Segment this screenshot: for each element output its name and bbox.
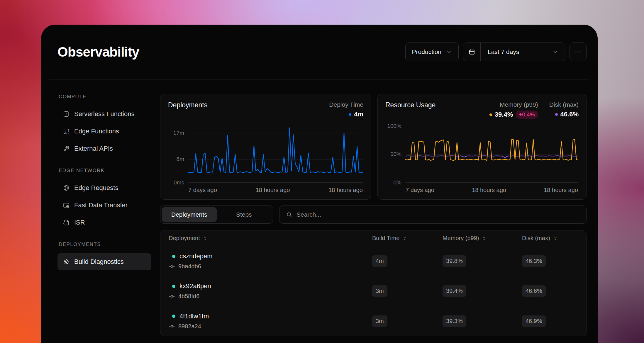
sidebar-item-edge-functions[interactable]: ƒε Edge Functions — [57, 123, 151, 140]
column-header-build-time[interactable]: Build Time — [372, 235, 443, 242]
commit-hash: 8982a24 — [178, 323, 201, 330]
table-row[interactable]: cszndepem 9ba4db6 4m 39.8% 46.3% — [160, 246, 586, 276]
chart-title: Resource Usage — [385, 101, 435, 119]
header-controls: Production Last 7 days — [405, 43, 587, 61]
sidebar-item-label: External APIs — [74, 145, 113, 152]
deployments-chart-card: Deployments Deploy Time 4m 17m8m0ms7 — [160, 94, 371, 200]
sidebar-item-label: Build Diagnostics — [74, 258, 124, 266]
series-deploy-time — [188, 128, 363, 173]
build-time-badge: 3m — [372, 315, 387, 327]
memory-badge: 39.4% — [443, 285, 466, 297]
table-row[interactable]: 4f1dlw1fm 8982a24 3m 39.3% 46.9% — [160, 306, 586, 336]
filter-row: Deployments Steps — [160, 206, 587, 224]
gridline: 0% — [406, 182, 578, 183]
legend-dot-purple — [555, 113, 558, 116]
sidebar-item-label: Edge Requests — [74, 184, 118, 192]
sidebar-item-external-apis[interactable]: External APIs — [57, 140, 151, 157]
view-tabs: Deployments Steps — [160, 206, 273, 224]
column-header-deployment[interactable]: Deployment — [169, 235, 372, 242]
status-dot — [172, 315, 175, 318]
function-icon: ƒ — [63, 111, 70, 118]
y-axis-tick-label: 8m — [177, 156, 184, 162]
legend-value: 39.4% — [495, 111, 513, 118]
build-time-badge: 3m — [372, 285, 387, 297]
section-label: COMPUTE — [59, 94, 151, 100]
sidebar-section-deployments: DEPLOYMENTS Build Diagnostics — [57, 242, 151, 270]
gridline: 0ms — [188, 182, 363, 183]
search-input[interactable] — [296, 211, 580, 218]
deployment-name: kx92a6pen — [179, 282, 211, 290]
y-axis-tick-label: 17m — [173, 130, 184, 136]
column-header-memory[interactable]: Memory (p99) — [443, 235, 522, 242]
x-axis-tick-label: 7 days ago — [406, 187, 434, 193]
edge-function-icon: ƒε — [63, 128, 70, 135]
sidebar-item-label: Edge Functions — [74, 128, 119, 135]
chart-title: Deployments — [168, 101, 207, 118]
x-axis-tick-label: 18 hours ago — [256, 187, 290, 193]
legend-value: 46.6% — [560, 111, 579, 118]
section-label: DEPLOYMENTS — [59, 242, 151, 247]
sidebar-item-build-diagnostics[interactable]: Build Diagnostics — [57, 253, 151, 270]
chart-legend: Memory (p99) 39.4% +0.4% Disk (max) — [489, 101, 579, 119]
search-box[interactable] — [279, 206, 587, 224]
section-label: EDGE NETWORK — [59, 168, 151, 174]
sort-icon — [203, 236, 208, 241]
series-memory-p99- — [406, 139, 578, 160]
sidebar-item-edge-requests[interactable]: Edge Requests — [57, 179, 151, 196]
commit-hash: 9ba4db6 — [178, 263, 201, 270]
tab-steps[interactable]: Steps — [217, 207, 272, 222]
observability-panel: Observability Production Last 7 days — [41, 25, 598, 343]
deployment-name: cszndepem — [179, 252, 213, 260]
legend-label: Memory (p99) — [489, 101, 538, 108]
more-options-button[interactable] — [570, 43, 587, 61]
legend-disk: Disk (max) 46.6% — [549, 101, 579, 119]
legend-dot-orange — [489, 113, 492, 116]
date-range-dropdown[interactable]: Last 7 days — [481, 48, 565, 55]
legend-dot-blue — [349, 113, 351, 116]
chevron-down-icon — [552, 49, 558, 55]
sidebar-item-fast-data-transfer[interactable]: Fast Data Transfer — [57, 197, 151, 214]
y-axis-tick-label: 100% — [387, 123, 401, 129]
sidebar-section-compute: COMPUTE ƒ Serverless Functions ƒε Edge F… — [57, 94, 151, 157]
charts-row: Deployments Deploy Time 4m 17m8m0ms7 — [160, 94, 587, 200]
environment-dropdown[interactable]: Production — [405, 43, 459, 61]
sidebar-item-serverless-functions[interactable]: ƒ Serverless Functions — [57, 106, 151, 123]
sort-icon — [402, 236, 407, 241]
tab-deployments[interactable]: Deployments — [162, 207, 217, 222]
deployment-name: 4f1dlw1fm — [179, 313, 209, 320]
sidebar-item-label: ISR — [74, 219, 85, 226]
card-header: Deployments Deploy Time 4m — [160, 94, 371, 118]
column-header-disk[interactable]: Disk (max) — [522, 235, 579, 242]
memory-badge: 39.3% — [443, 315, 466, 327]
svg-text:ε: ε — [67, 132, 69, 135]
commit-icon — [169, 263, 175, 270]
memory-badge: 39.8% — [443, 255, 466, 267]
main-area: Deployments Deploy Time 4m 17m8m0ms7 — [160, 94, 587, 336]
content: COMPUTE ƒ Serverless Functions ƒε Edge F… — [41, 79, 598, 336]
resource-usage-chart-card: Resource Usage Memory (p99) 39.4% +0.4% — [377, 94, 587, 200]
x-axis-tick-label: 18 hours ago — [472, 187, 506, 193]
x-axis-labels: 7 days ago18 hours ago18 hours ago — [406, 187, 578, 193]
gear-icon — [63, 258, 70, 265]
y-axis-tick-label: 0% — [394, 179, 401, 186]
sort-icon — [553, 236, 558, 241]
svg-text:ƒ: ƒ — [65, 112, 67, 116]
legend-value: 4m — [354, 111, 363, 118]
y-axis-tick-label: 0ms — [174, 179, 184, 186]
disk-badge: 46.6% — [522, 285, 546, 297]
y-axis-tick-label: 50% — [390, 151, 401, 157]
ellipsis-icon — [574, 48, 582, 55]
sidebar-item-isr[interactable]: ISR — [57, 214, 151, 231]
card-header: Resource Usage Memory (p99) 39.4% +0.4% — [378, 94, 586, 119]
commit-icon — [169, 293, 175, 300]
date-range-control[interactable]: Last 7 days — [463, 43, 565, 61]
sidebar-item-label: Fast Data Transfer — [74, 201, 128, 209]
legend-label: Disk (max) — [549, 101, 579, 108]
page-header: Observability Production Last 7 days — [41, 25, 598, 79]
sidebar-section-edge-network: EDGE NETWORK Edge Requests Fast Data Tra… — [57, 168, 151, 231]
resource-usage-chart: 100%50%0%7 days ago18 hours ago18 hours … — [406, 126, 578, 182]
calendar-segment[interactable] — [463, 43, 481, 61]
fast-data-transfer-icon — [63, 202, 70, 209]
table-row[interactable]: kx92a6pen 4b58fd6 3m 39.4% 46.6% — [160, 276, 586, 306]
commit-icon — [169, 323, 175, 330]
